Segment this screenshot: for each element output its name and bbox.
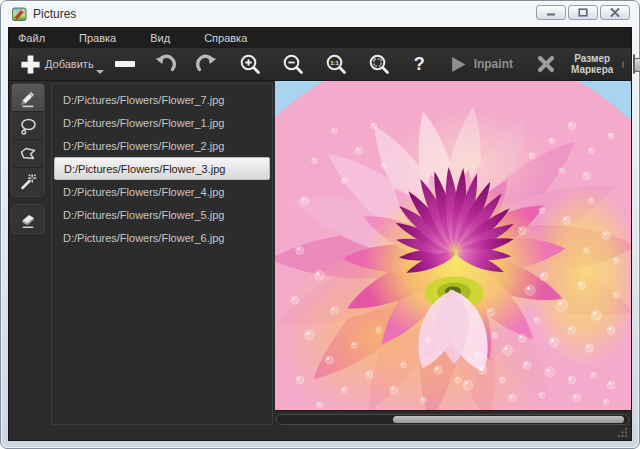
close-button[interactable] [600,5,630,20]
zoom-fit-button[interactable] [362,50,397,79]
tool-magic-wand[interactable] [12,168,44,196]
tool-marker[interactable] [12,84,44,112]
file-list-item[interactable]: D:/Pictures/Flowers/Flower_6.jpg [54,226,270,249]
inpaint-run-button[interactable]: Inpaint [444,50,518,79]
zoom-out-icon [281,52,306,77]
help-button[interactable]: ? [405,50,434,79]
zoom-actual-size-button[interactable]: 1:1 [319,50,354,79]
marker-icon [18,88,38,108]
minimize-button[interactable] [536,5,566,20]
tool-lasso[interactable] [12,112,44,140]
tool-eraser[interactable] [11,204,45,234]
add-image-label: Добавить [45,58,94,70]
close-icon [610,8,620,17]
canvas-column [275,81,631,425]
play-icon [449,55,468,74]
zoom-fit-icon [367,52,392,77]
file-list-item[interactable]: D:/Pictures/Flowers/Flower_7.jpg [54,88,270,111]
x-icon [536,54,556,74]
flower-photo [275,81,631,410]
help-icon: ? [410,54,429,75]
horizontal-scrollbar[interactable] [276,414,629,425]
file-list-item[interactable]: D:/Pictures/Flowers/Flower_4.jpg [54,180,270,203]
svg-text:1:1: 1:1 [330,59,339,65]
eraser-icon [18,209,38,229]
file-list: D:/Pictures/Flowers/Flower_7.jpg D:/Pict… [51,83,273,425]
remove-image-button[interactable] [109,50,141,79]
minus-icon [114,53,136,75]
plus-icon [19,53,42,76]
status-bar [9,425,631,440]
lasso-icon [18,116,38,136]
zoom-in-button[interactable] [233,50,268,79]
undo-icon [154,53,178,75]
zoom-out-button[interactable] [276,50,311,79]
toolbar: Добавить [9,48,631,81]
minimize-icon [546,8,556,17]
marker-size-label: Размер Маркера [571,53,613,75]
file-list-item[interactable]: D:/Pictures/Flowers/Flower_1.jpg [54,111,270,134]
menu-edit[interactable]: Правка [79,32,116,44]
maximize-icon [578,8,588,17]
chevron-down-icon [96,70,104,74]
title-bar[interactable]: Pictures [1,1,639,27]
window-title: Pictures [33,7,76,21]
tool-polygon-lasso[interactable] [12,140,44,168]
menu-bar: Файл Правка Вид Справка [9,28,631,48]
file-list-item[interactable]: D:/Pictures/Flowers/Flower_3.jpg [54,157,270,180]
redo-icon [194,53,218,75]
app-content: Файл Правка Вид Справка Добавить [8,27,632,441]
inpaint-label: Inpaint [474,57,513,71]
redo-button[interactable] [189,50,223,79]
scrollbar-thumb[interactable] [393,416,625,423]
marker-size-label-line2: Маркера [571,64,613,75]
file-list-item[interactable]: D:/Pictures/Flowers/Flower_2.jpg [54,134,270,157]
window-controls [536,5,630,20]
zoom-in-icon [238,52,263,77]
marker-size-slider[interactable] [622,61,624,68]
zoom-1to1-icon: 1:1 [324,52,349,77]
magic-wand-icon [18,172,38,192]
clear-selection-button[interactable] [531,50,561,79]
resize-grip[interactable] [618,428,628,438]
tool-sidebar [9,81,49,425]
add-image-button[interactable]: Добавить [14,50,109,79]
maximize-button[interactable] [568,5,598,20]
menu-view[interactable]: Вид [150,32,170,44]
main-area: D:/Pictures/Flowers/Flower_7.jpg D:/Pict… [9,81,631,425]
selection-tool-group [11,83,45,197]
app-window: Pictures Файл Правка Вид Справка [0,0,640,449]
menu-file[interactable]: Файл [18,32,45,44]
marker-size-label-line1: Размер [571,53,613,64]
file-list-item[interactable]: D:/Pictures/Flowers/Flower_5.jpg [54,203,270,226]
app-icon [12,7,27,22]
image-canvas[interactable] [275,81,631,411]
polygon-lasso-icon [18,144,38,164]
menu-help[interactable]: Справка [204,32,247,44]
marker-size-slider-handle[interactable] [634,58,640,72]
undo-button[interactable] [149,50,183,79]
